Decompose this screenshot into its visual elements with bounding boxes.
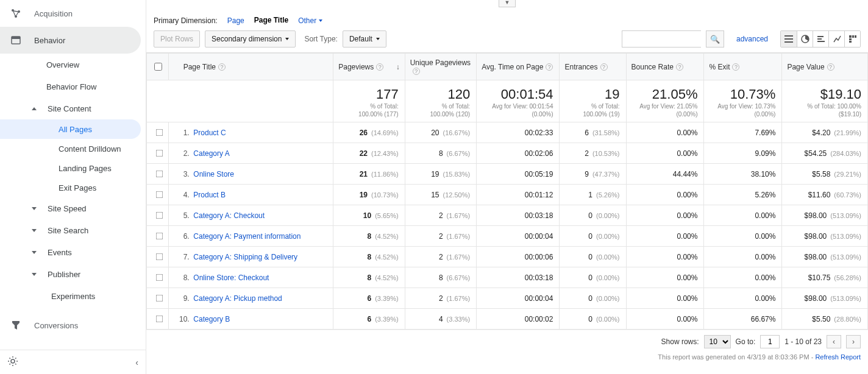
svg-rect-12: [817, 41, 825, 42]
page-title-link[interactable]: Product C: [193, 129, 226, 137]
dim-other[interactable]: Other: [298, 16, 322, 25]
row-index: 8.: [175, 273, 190, 282]
help-icon[interactable]: ?: [600, 63, 608, 71]
sidebar-sub-events[interactable]: Events: [0, 241, 146, 263]
sidebar-item-behavior[interactable]: Behavior: [0, 27, 141, 54]
sidebar-sub2-content-drilldown[interactable]: Content Drilldown: [0, 139, 146, 158]
sidebar-sub2-exit-pages[interactable]: Exit Pages: [0, 178, 146, 197]
page-range: 1 - 10 of 23: [784, 337, 822, 346]
table-row: 10. Category B6(3.39%)4(3.33%)00:00:020(…: [147, 309, 868, 330]
sidebar-sub-experiments[interactable]: Experiments: [0, 285, 146, 307]
sidebar-sub-site-search[interactable]: Site Search: [0, 219, 146, 241]
secondary-dimension-button[interactable]: Secondary dimension: [205, 30, 296, 48]
goto-input[interactable]: [760, 335, 780, 348]
help-icon[interactable]: ?: [218, 63, 226, 71]
page-title-link[interactable]: Category A: Checkout: [193, 211, 265, 220]
sidebar-item-conversions[interactable]: Conversions: [0, 312, 146, 339]
collapse-sidebar-icon[interactable]: ‹: [135, 358, 138, 367]
row-checkbox[interactable]: [156, 295, 163, 302]
page-title-link[interactable]: Product B: [193, 191, 226, 199]
sort-desc-icon: ↓: [396, 63, 400, 71]
page-title-link[interactable]: Category A: Shipping & Delivery: [193, 253, 297, 261]
page-title-link[interactable]: Online Store: [193, 170, 234, 178]
select-all-checkbox[interactable]: [154, 63, 162, 71]
table-row: 8. Online Store: Checkout8(4.52%)8(6.67%…: [147, 267, 868, 288]
col-unique-pageviews[interactable]: Unique Pageviews?: [405, 54, 476, 80]
view-table-icon[interactable]: [781, 31, 797, 47]
search-input[interactable]: [622, 30, 701, 48]
sidebar-sub-behavior-flow[interactable]: Behavior Flow: [0, 76, 146, 97]
prev-page-button[interactable]: ‹: [827, 335, 841, 348]
row-index: 5.: [175, 211, 190, 220]
advanced-link[interactable]: advanced: [736, 35, 768, 43]
sidebar-sub-site-speed[interactable]: Site Speed: [0, 197, 146, 219]
help-icon[interactable]: ?: [827, 63, 834, 71]
generated-line: This report was generated on 4/3/19 at 8…: [146, 353, 868, 364]
col-page-value[interactable]: Page Value?: [782, 54, 868, 80]
sort-type-button[interactable]: Default: [343, 30, 386, 48]
row-checkbox[interactable]: [156, 129, 163, 136]
sidebar-sub-overview[interactable]: Overview: [0, 54, 146, 76]
row-title-cell: 6. Category A: Payment information: [168, 226, 333, 247]
row-index: 4.: [175, 191, 190, 199]
view-bar-icon[interactable]: [813, 31, 828, 47]
dim-page-title[interactable]: Page Title: [254, 16, 288, 26]
sidebar-item-acquisition[interactable]: Acquisition: [0, 0, 146, 27]
row-checkbox[interactable]: [156, 274, 163, 281]
help-icon[interactable]: ?: [413, 68, 420, 75]
view-pie-icon[interactable]: [797, 31, 813, 47]
svg-rect-6: [784, 35, 793, 37]
page-title-link[interactable]: Online Store: Checkout: [193, 273, 269, 282]
row-checkbox[interactable]: [156, 150, 163, 157]
page-title-link[interactable]: Category A: Payment information: [193, 232, 301, 241]
row-title-cell: 10. Category B: [168, 309, 333, 330]
view-pivot-icon[interactable]: [844, 31, 860, 47]
view-comparison-icon[interactable]: [828, 31, 844, 47]
row-title-cell: 2. Category A: [168, 143, 333, 164]
row-checkbox[interactable]: [156, 191, 163, 199]
row-title-cell: 7. Category A: Shipping & Delivery: [168, 247, 333, 267]
help-icon[interactable]: ?: [676, 63, 683, 71]
page-title-link[interactable]: Category B: [193, 315, 230, 323]
col-page-title[interactable]: Page Title?: [168, 54, 333, 80]
table-row: 5. Category A: Checkout10(5.65%)2(1.67%)…: [147, 205, 868, 226]
sidebar: Acquisition Behavior Overview Behavior F…: [0, 0, 146, 374]
search-button[interactable]: 🔍: [706, 30, 724, 48]
row-checkbox[interactable]: [156, 316, 163, 323]
row-checkbox[interactable]: [156, 253, 163, 261]
dim-page[interactable]: Page: [227, 16, 244, 25]
search-icon: 🔍: [710, 35, 720, 44]
goto-label: Go to:: [736, 337, 756, 346]
col-avg-time[interactable]: Avg. Time on Page?: [477, 54, 560, 80]
row-checkbox[interactable]: [156, 233, 163, 240]
sidebar-sub-publisher[interactable]: Publisher: [0, 263, 146, 285]
help-icon[interactable]: ?: [546, 63, 553, 71]
row-index: 6.: [175, 232, 190, 241]
help-icon[interactable]: ?: [376, 63, 383, 71]
col-checkbox[interactable]: [147, 54, 169, 80]
sidebar-sub2-all-pages[interactable]: All Pages: [0, 119, 141, 139]
help-icon[interactable]: ?: [732, 63, 739, 71]
chevron-down-icon: [319, 19, 322, 22]
row-checkbox[interactable]: [156, 212, 163, 219]
rows-per-page-select[interactable]: 10: [704, 335, 731, 348]
col-exit[interactable]: % Exit?: [704, 54, 782, 80]
col-pageviews[interactable]: Pageviews?↓: [333, 54, 405, 80]
svg-rect-17: [849, 41, 852, 43]
svg-rect-16: [849, 38, 852, 40]
plot-rows-button[interactable]: Plot Rows: [154, 30, 200, 48]
col-entrances[interactable]: Entrances?: [560, 54, 626, 80]
gear-icon[interactable]: [7, 356, 18, 369]
row-checkbox[interactable]: [156, 171, 163, 178]
acquisition-icon: [10, 9, 22, 18]
refresh-report-link[interactable]: Refresh Report: [815, 353, 861, 361]
page-title-link[interactable]: Category A: [193, 149, 229, 158]
table-header-row: Page Title? Pageviews?↓ Unique Pageviews…: [147, 54, 868, 80]
sidebar-sub-site-content[interactable]: Site Content: [0, 97, 146, 119]
page-title-link[interactable]: Category A: Pickup method: [193, 294, 282, 303]
col-bounce-rate[interactable]: Bounce Rate?: [626, 54, 704, 80]
sidebar-sub2-landing-pages[interactable]: Landing Pages: [0, 158, 146, 178]
svg-rect-7: [784, 38, 793, 40]
expand-chart-toggle[interactable]: ▼: [499, 0, 516, 7]
next-page-button[interactable]: ›: [846, 335, 861, 348]
